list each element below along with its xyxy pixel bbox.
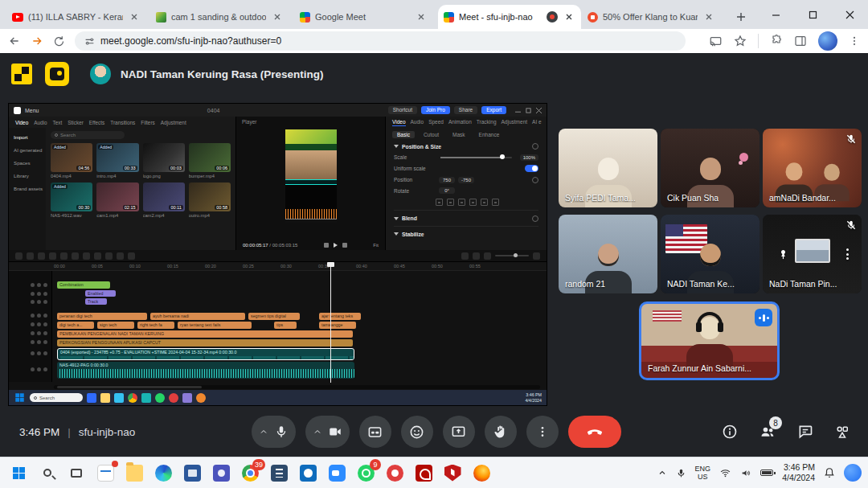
chevron-up-icon[interactable] (259, 427, 268, 437)
tab-close-icon[interactable] (128, 10, 141, 23)
zoom-icon[interactable] (325, 461, 349, 485)
chat-bubble-icon[interactable] (844, 464, 862, 482)
mcafee-icon[interactable] (440, 461, 465, 485)
tray-mic-icon[interactable] (676, 468, 686, 478)
shopping-favicon (588, 12, 598, 23)
participant-tile-syifa[interactable]: Syifa PEDI Tama... (559, 129, 657, 207)
app-icon (196, 393, 206, 403)
more-options-button[interactable] (526, 416, 559, 448)
start-button[interactable] (6, 461, 31, 485)
outlook-icon[interactable] (296, 461, 320, 485)
extensions-icon[interactable] (770, 35, 783, 47)
maximize-button[interactable] (794, 0, 831, 29)
tab-google-meet[interactable]: Google Meet (294, 5, 437, 29)
presentation-screen-share[interactable]: Menu 0404 Shortcut Join Pro Share Export (8, 103, 547, 406)
timeline-scrollbar (54, 385, 540, 389)
brand-logo-icon (11, 64, 32, 84)
file-explorer-icon[interactable] (122, 461, 146, 485)
chevron-up-icon[interactable] (313, 427, 322, 437)
raise-hand-button[interactable] (485, 416, 517, 448)
chat-button[interactable] (797, 424, 813, 440)
tile-options-icon[interactable] (846, 248, 849, 260)
browser-menu-icon[interactable] (849, 35, 860, 47)
firefox-icon[interactable] (469, 461, 493, 485)
duration-label: 04:56 (76, 166, 91, 170)
tab-close-icon[interactable] (563, 10, 575, 23)
duration-label: 00:30 (76, 205, 91, 210)
task-view-icon[interactable] (64, 461, 88, 485)
address-bar[interactable]: meet.google.com/sfu-injb-nao?authuser=0 (75, 31, 686, 51)
minimize-button[interactable] (757, 0, 794, 29)
inspector-tabs: Video Audio Speed Animation Tracking Adj… (386, 117, 547, 129)
new-tab-button[interactable] (731, 6, 751, 27)
meet-app: NADI Taman Keruing Rasa (Presenting) Men… (0, 53, 868, 457)
site-settings-icon[interactable] (84, 36, 95, 47)
cast-icon[interactable] (709, 35, 723, 47)
language-indicator[interactable]: ENGUS (695, 465, 711, 482)
participant-tile-nadi-pin[interactable]: NaDi Taman Pin... (763, 215, 862, 293)
side-panel-icon[interactable] (794, 35, 807, 47)
reload-button[interactable] (53, 35, 65, 47)
preview-gap (285, 185, 337, 209)
tab-close-icon[interactable] (271, 10, 284, 23)
volume-icon[interactable] (740, 468, 751, 478)
tab-title: Meet - sfu-injb-nao (459, 12, 542, 22)
tab-close-icon[interactable] (415, 10, 428, 23)
camera-icon (328, 424, 342, 439)
captions-button[interactable] (359, 416, 391, 448)
field-label: Scale (394, 154, 436, 160)
taskbar-clock[interactable]: 3:46 PM4/4/2024 (782, 462, 815, 483)
tab-offer[interactable]: 50% Offer Klang to Kuantan (582, 5, 725, 29)
battery-icon[interactable] (760, 470, 773, 476)
back-button[interactable] (8, 35, 21, 47)
mic-button[interactable] (252, 416, 296, 448)
edge-icon[interactable] (151, 461, 175, 485)
participant-tile-farah-speaking[interactable]: Farah Zunnur Ain Sabarni... (639, 301, 780, 380)
app-icon (100, 393, 110, 403)
participant-tile-nadi-taman[interactable]: NADI Taman Ke... (661, 215, 760, 293)
wifi-icon[interactable] (719, 468, 731, 478)
app-icon (114, 393, 124, 403)
forward-button[interactable] (31, 35, 43, 47)
word-icon[interactable] (180, 461, 204, 485)
present-button[interactable] (443, 416, 475, 448)
teams-icon[interactable] (209, 461, 233, 485)
mail-icon[interactable] (93, 461, 117, 485)
participant-tile-random21[interactable]: random 21 (559, 215, 657, 293)
inspector-tab: Video (392, 119, 406, 126)
chrome-icon[interactable]: 39 (238, 461, 262, 485)
participant-tile-amnadi[interactable]: amNaDi Bandar... (763, 129, 862, 207)
flag-decor (653, 310, 682, 322)
acrobat-icon[interactable] (411, 461, 436, 485)
search-icon[interactable] (35, 461, 59, 485)
close-window-button[interactable] (831, 0, 868, 29)
tab-title: cam 1 sanding & outdoor - (171, 12, 266, 22)
mic-off-icon (845, 133, 857, 145)
reactions-button[interactable] (401, 416, 433, 448)
inspector-tab: AI e (532, 119, 542, 126)
tab-close-icon[interactable] (702, 10, 715, 23)
url-text: meet.google.com/sfu-injb-nao?authuser=0 (100, 35, 281, 47)
end-call-button[interactable] (568, 416, 621, 448)
media-tabs: Video Audio Text Sticker Effects Transit… (9, 117, 235, 128)
app-icon (182, 393, 192, 403)
timeline-clip: tamaangge (319, 322, 356, 329)
recorder-icon[interactable] (383, 461, 407, 485)
whatsapp-icon[interactable]: 9 (354, 461, 378, 485)
pin-icon[interactable] (777, 248, 789, 260)
notification-bell-icon[interactable] (824, 467, 835, 478)
people-button[interactable]: 8 (759, 424, 776, 440)
tab-meet-active[interactable]: Meet - sfu-injb-nao (438, 5, 581, 29)
profile-avatar[interactable] (818, 31, 837, 51)
tab-youtube[interactable]: (11) ILLA SABRY - Keranamu (6, 5, 149, 29)
info-button[interactable] (722, 424, 738, 440)
tab-camera[interactable]: cam 1 sanding & outdoor - (150, 5, 293, 29)
camera-button[interactable] (305, 416, 350, 448)
added-badge: Added (52, 184, 68, 189)
bookmark-star-icon[interactable] (734, 35, 747, 47)
tray-chevron-icon[interactable] (657, 468, 667, 478)
calculator-icon[interactable] (267, 461, 291, 485)
participant-tile-cikpuan[interactable]: Cik Puan Sha (661, 129, 760, 207)
meeting-code: sfu-injb-nao (79, 426, 136, 438)
activities-button[interactable] (834, 424, 850, 440)
